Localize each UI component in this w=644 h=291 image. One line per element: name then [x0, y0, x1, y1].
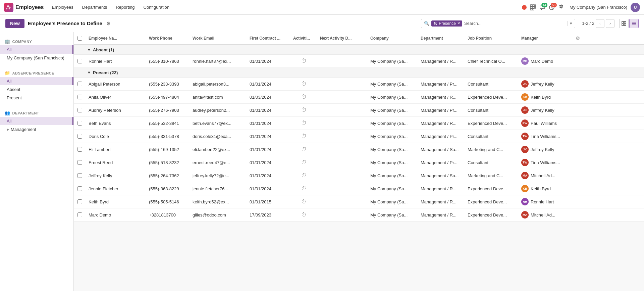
row-checkbox[interactable]: [77, 186, 82, 191]
manager: KB Keith Byrd: [519, 91, 572, 103]
next-activity-date: [317, 212, 368, 217]
row-checkbox[interactable]: [77, 82, 82, 86]
activities: ⏱: [290, 104, 317, 116]
row-checkbox[interactable]: [77, 199, 82, 204]
app-logo[interactable]: Employees: [4, 3, 44, 12]
company: My Company (Sa...: [368, 184, 418, 194]
chat-icon[interactable]: 14: [539, 4, 545, 10]
chat-badge: 14: [541, 3, 547, 7]
search-bar: 🔍 Presence ✕ ▾: [421, 19, 575, 28]
sub-header: New Employee's Presence to Define ⚙ 🔍 Pr…: [0, 15, 644, 32]
manager-avatar: MA: [521, 172, 529, 179]
manager-avatar: RH: [521, 198, 529, 205]
kanban-view-button[interactable]: [619, 19, 629, 28]
settings-icon[interactable]: [558, 4, 564, 10]
settings-gear-icon[interactable]: ⚙: [106, 21, 111, 26]
activities: ⏱: [290, 144, 317, 155]
job-position: Consultant: [465, 131, 519, 142]
table-row[interactable]: Jeffrey Kelly (555)-264-7362 jeffrey.kel…: [74, 169, 644, 182]
sidebar-absence-all[interactable]: All: [0, 77, 73, 85]
company: My Company (Sa...: [368, 144, 418, 155]
sidebar-company-all[interactable]: All: [0, 45, 73, 54]
next-page-button[interactable]: ›: [606, 19, 614, 28]
header-employee-name: Employee Na...: [86, 33, 146, 44]
department: Management / R...: [418, 92, 465, 102]
nav-departments[interactable]: Departments: [79, 3, 110, 11]
table-row[interactable]: Jennie Fletcher (555)-363-8229 jennie.fl…: [74, 182, 644, 195]
row-checkbox[interactable]: [77, 160, 82, 165]
table-row[interactable]: Abigail Peterson (555)-233-3393 abigail.…: [74, 78, 644, 91]
header-settings[interactable]: ⚙: [572, 32, 583, 44]
group-present-arrow[interactable]: ▼: [87, 70, 91, 75]
row-checkbox[interactable]: [77, 134, 82, 139]
nav-employees[interactable]: Employees: [48, 3, 76, 11]
table-row[interactable]: Anita Oliver (555)-497-4804 anita@test.c…: [74, 91, 644, 104]
next-activity-date: [317, 58, 368, 64]
content-area: Employee Na... Work Phone Work Email Fir…: [74, 32, 644, 291]
table-row[interactable]: Beth Evans (555)-532-3841 beth.evans77@e…: [74, 117, 644, 130]
row-checkbox[interactable]: [77, 173, 82, 178]
job-position: Consultant: [465, 157, 519, 168]
first-contract: 01/01/2024: [247, 118, 290, 129]
clock-icon: ⏱: [301, 199, 307, 205]
row-checkbox[interactable]: [77, 59, 82, 63]
svg-rect-17: [624, 24, 626, 26]
pagination: 1-2 / 2 ‹ ›: [582, 19, 614, 28]
manager-avatar: JK: [521, 106, 529, 114]
department: Management / Pr...: [418, 79, 465, 89]
department: Management / R...: [418, 118, 465, 129]
nav-icons: 14 53 My Company (San Francisco) U: [522, 3, 640, 12]
row-checkbox[interactable]: [77, 147, 82, 152]
job-position: Consultant: [465, 105, 519, 115]
work-email: gilles@odoo.com: [190, 210, 247, 220]
search-input[interactable]: [464, 21, 564, 26]
apps-icon[interactable]: [530, 4, 536, 10]
row-checkbox[interactable]: [77, 108, 82, 112]
row-checkbox[interactable]: [77, 212, 82, 217]
table-row[interactable]: Keith Byrd (555)-505-5146 keith.byrd52@e…: [74, 195, 644, 208]
search-tag-remove[interactable]: ✕: [457, 21, 460, 26]
work-phone: (555)-276-7903: [146, 105, 190, 115]
group-absent-arrow[interactable]: ▼: [87, 48, 91, 52]
table-row[interactable]: Eli Lambert (555)-169-1352 eli.lambert22…: [74, 143, 644, 156]
header-checkbox-col[interactable]: [74, 33, 86, 44]
table-row[interactable]: Audrey Peterson (555)-276-7903 audrey.pe…: [74, 104, 644, 117]
sidebar-company-mycompany[interactable]: My Company (San Francisco): [0, 54, 73, 62]
table-row[interactable]: Ernest Reed (555)-518-8232 ernest.reed47…: [74, 156, 644, 169]
table-row[interactable]: Doris Cole (555)-331-5378 doris.cole31@e…: [74, 130, 644, 143]
row-checkbox[interactable]: [77, 95, 82, 99]
header-first-contract: First Contract ...: [247, 33, 290, 44]
manager-avatar: TW: [521, 159, 529, 166]
user-avatar[interactable]: U: [631, 3, 640, 12]
group-absent-label: ▼ Absent (1): [86, 47, 644, 52]
sidebar-dept-management[interactable]: ▶ Management: [0, 125, 73, 134]
work-email: jennie.fletcher76...: [190, 184, 247, 194]
manager-avatar: TW: [521, 133, 529, 140]
app-name: Employees: [15, 4, 44, 10]
nav-configuration[interactable]: Configuration: [140, 3, 173, 11]
activity-icon[interactable]: 53: [549, 4, 555, 10]
company-name: My Company (San Francisco): [570, 5, 627, 10]
manager: KB Keith Byrd: [519, 182, 572, 195]
clock-icon: ⏱: [301, 133, 307, 139]
search-dropdown-arrow[interactable]: ▾: [568, 21, 572, 26]
first-contract: 01/01/2024: [247, 79, 290, 89]
table-row[interactable]: Ronnie Hart (555)-310-7863 ronnie.hart87…: [74, 55, 644, 68]
employee-name: Doris Cole: [86, 131, 146, 142]
select-all-checkbox[interactable]: [77, 36, 82, 41]
status-icon[interactable]: [522, 5, 527, 10]
company: My Company (Sa...: [368, 171, 418, 181]
list-view-button[interactable]: [629, 19, 639, 28]
header-work-email: Work Email: [190, 33, 247, 44]
sidebar-dept-all[interactable]: All: [0, 117, 73, 125]
work-phone: (555)-331-5378: [146, 131, 190, 142]
row-checkbox[interactable]: [77, 121, 82, 126]
sidebar-absence-present[interactable]: Present: [0, 94, 73, 102]
sidebar-absence-absent[interactable]: Absent: [0, 85, 73, 94]
first-contract: 01/01/2024: [247, 56, 290, 66]
table-row[interactable]: Marc Demo +3281813700 gilles@odoo.com 17…: [74, 208, 644, 222]
work-email: audrey.peterson2...: [190, 105, 247, 115]
new-button[interactable]: New: [5, 19, 24, 28]
prev-page-button[interactable]: ‹: [596, 19, 604, 28]
nav-reporting[interactable]: Reporting: [112, 3, 138, 11]
